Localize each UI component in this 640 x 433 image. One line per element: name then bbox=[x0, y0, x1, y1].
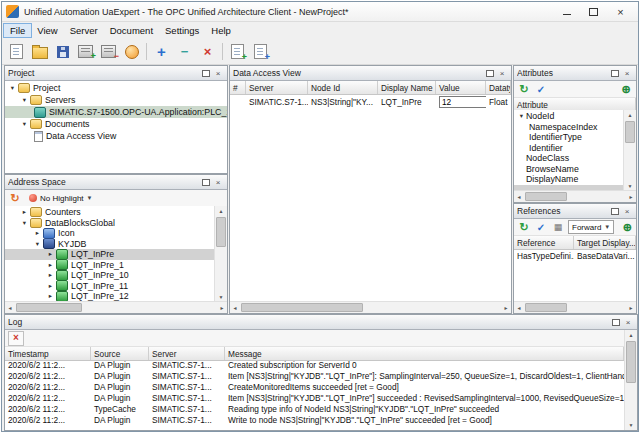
expander-icon[interactable] bbox=[46, 272, 55, 279]
col-server[interactable]: Server bbox=[246, 81, 308, 94]
scroll-right-icon[interactable]: ► bbox=[501, 302, 511, 313]
log-row[interactable]: 2020/6/2 11:2... DA Plugin SIMATIC.S7-1.… bbox=[5, 370, 624, 381]
horizontal-scrollbar[interactable]: ◄ ► bbox=[230, 301, 511, 313]
col-num[interactable]: # bbox=[230, 81, 246, 94]
tree-item-lqt-inpre[interactable]: LQT_InPre bbox=[5, 249, 215, 260]
col-target-display[interactable]: Target Display... bbox=[574, 236, 636, 249]
close-panel-button[interactable]: × bbox=[621, 68, 633, 79]
attr-row-nodeid[interactable]: NodeId bbox=[514, 111, 624, 122]
expander-icon[interactable] bbox=[33, 230, 42, 237]
attr-row-displayname[interactable]: DisplayName bbox=[514, 174, 624, 185]
hierarchy-icon[interactable]: ▦ bbox=[551, 221, 565, 234]
maximize-button[interactable] bbox=[580, 3, 607, 20]
menu-item-file[interactable]: File bbox=[4, 24, 31, 37]
minimize-button[interactable] bbox=[553, 3, 580, 20]
log-row[interactable]: 2020/6/2 11:2... TypeCache SIMATIC.S7-1.… bbox=[5, 403, 624, 414]
scroll-right-icon[interactable]: ► bbox=[217, 302, 227, 313]
add-server-icon[interactable]: + bbox=[74, 41, 97, 62]
tree-item-project[interactable]: Project bbox=[5, 82, 227, 94]
log-row[interactable]: 2020/6/2 11:2... DA Plugin SIMATIC.S7-1.… bbox=[5, 381, 624, 392]
tree-item-icon[interactable]: Icon bbox=[5, 228, 215, 239]
scrollbar-thumb[interactable] bbox=[625, 121, 635, 143]
menu-item-help[interactable]: Help bbox=[205, 24, 237, 37]
expander-icon[interactable] bbox=[46, 262, 55, 269]
reference-row[interactable]: HasTypeDefini... BaseDataVari... bbox=[514, 250, 636, 262]
col-display-name[interactable]: Display Name bbox=[378, 81, 436, 94]
scrollbar-thumb[interactable] bbox=[216, 217, 226, 247]
float-panel-button[interactable] bbox=[200, 68, 212, 79]
tree-item-lqt-inpre-10[interactable]: LQT_InPre_10 bbox=[5, 270, 215, 281]
tree-item-lqt-inpre-12[interactable]: LQT_InPre_12 bbox=[5, 291, 215, 302]
horizontal-scrollbar[interactable]: ◄ ► bbox=[5, 301, 227, 313]
expander-icon[interactable] bbox=[20, 97, 29, 104]
expander-icon[interactable] bbox=[46, 293, 55, 300]
direction-dropdown[interactable]: Forward ▼ bbox=[568, 220, 614, 234]
save-project-icon[interactable] bbox=[51, 41, 74, 62]
menu-item-server[interactable]: Server bbox=[64, 24, 104, 37]
refresh-icon[interactable]: ↻ bbox=[8, 192, 22, 205]
scroll-left-icon[interactable]: ◄ bbox=[514, 302, 524, 313]
close-panel-button[interactable]: × bbox=[212, 177, 224, 188]
expander-icon[interactable] bbox=[33, 241, 42, 248]
log-row[interactable]: 2020/6/2 11:2... DA Plugin SIMATIC.S7-1.… bbox=[5, 414, 624, 425]
scroll-down-icon[interactable]: ▼ bbox=[625, 420, 637, 430]
horizontal-scrollbar[interactable]: ◄ ► bbox=[514, 190, 636, 202]
expander-icon[interactable] bbox=[46, 251, 55, 258]
vertical-scrollbar[interactable]: ▲ ▼ bbox=[623, 110, 636, 191]
scroll-left-icon[interactable]: ◄ bbox=[5, 302, 15, 313]
add-icon[interactable]: ⊕ bbox=[620, 221, 634, 234]
close-panel-button[interactable]: × bbox=[621, 206, 633, 217]
scrollbar-thumb[interactable] bbox=[16, 303, 82, 312]
scrollbar-thumb[interactable] bbox=[626, 341, 636, 383]
dav-row[interactable]: SIMATIC.S7-1... NS3|String|"KY... LQT_In… bbox=[230, 95, 511, 109]
attr-row-identifiertype[interactable]: IdentifierType bbox=[514, 132, 624, 143]
recent-connections-icon[interactable] bbox=[120, 41, 143, 62]
tree-item-servers[interactable]: Servers bbox=[5, 94, 227, 106]
tree-item-counters[interactable]: Counters bbox=[5, 207, 215, 218]
expander-icon[interactable] bbox=[46, 283, 55, 290]
remove-item-icon[interactable]: − bbox=[173, 41, 196, 62]
expander-icon[interactable] bbox=[517, 113, 526, 120]
highlight-dropdown[interactable]: No Highlight ▼ bbox=[25, 191, 97, 205]
log-row[interactable]: 2020/6/2 11:2... DA Plugin SIMATIC.S7-1.… bbox=[5, 392, 624, 403]
scrollbar-thumb[interactable] bbox=[241, 303, 363, 312]
scroll-left-icon[interactable]: ◄ bbox=[230, 302, 240, 313]
scroll-right-icon[interactable]: ► bbox=[626, 191, 636, 202]
tree-item-datablocksglobal[interactable]: DataBlocksGlobal bbox=[5, 218, 215, 229]
tree-item-lqt-inpre-11[interactable]: LQT_InPre_11 bbox=[5, 281, 215, 292]
horizontal-scrollbar[interactable]: ◄ ► bbox=[514, 301, 636, 313]
attr-row-nodeclass[interactable]: NodeClass bbox=[514, 153, 624, 164]
col-reference[interactable]: Reference bbox=[514, 236, 574, 249]
edit-mode-icon[interactable]: ✓ bbox=[534, 83, 548, 96]
delete-item-icon[interactable]: × bbox=[196, 41, 219, 62]
add-document-instance-icon[interactable]: + bbox=[249, 41, 272, 62]
auto-update-icon[interactable]: ⊕ bbox=[619, 83, 633, 96]
tree-item-lqt-inpre-1[interactable]: LQT_InPre_1 bbox=[5, 260, 215, 271]
expander-icon[interactable] bbox=[20, 209, 29, 216]
refresh-icon[interactable]: ↻ bbox=[517, 83, 531, 96]
expander-icon[interactable] bbox=[20, 220, 29, 227]
scrollbar-thumb[interactable] bbox=[525, 303, 567, 312]
attr-row-browsename[interactable]: BrowseName bbox=[514, 164, 624, 175]
close-panel-button[interactable]: × bbox=[622, 317, 634, 328]
scroll-left-icon[interactable]: ◄ bbox=[514, 191, 524, 202]
float-panel-button[interactable] bbox=[610, 317, 622, 328]
float-panel-button[interactable] bbox=[484, 68, 496, 79]
close-button[interactable]: × bbox=[607, 3, 634, 20]
filter-icon[interactable]: ✓ bbox=[534, 221, 548, 234]
tree-item-server-simatic[interactable]: SIMATIC.S7-1500.OPC-UA.Application:PLC_1 bbox=[5, 106, 227, 118]
add-item-icon[interactable]: + bbox=[150, 41, 173, 62]
menu-item-settings[interactable]: Settings bbox=[159, 24, 205, 37]
refresh-icon[interactable]: ↻ bbox=[517, 221, 531, 234]
col-value[interactable]: Value bbox=[436, 81, 486, 94]
log-row[interactable]: 2020/6/2 11:2... DA Plugin SIMATIC.S7-1.… bbox=[5, 359, 624, 370]
new-document-icon[interactable] bbox=[5, 41, 28, 62]
col-node-id[interactable]: Node Id bbox=[308, 81, 378, 94]
float-panel-button[interactable] bbox=[609, 68, 621, 79]
scroll-right-icon[interactable]: ► bbox=[626, 302, 636, 313]
close-panel-button[interactable]: × bbox=[212, 68, 224, 79]
scroll-up-icon[interactable]: ▲ bbox=[625, 330, 637, 340]
close-panel-button[interactable]: × bbox=[496, 68, 508, 79]
scroll-up-icon[interactable]: ▲ bbox=[215, 206, 227, 216]
vertical-scrollbar[interactable]: ▲ ▼ bbox=[624, 330, 637, 430]
